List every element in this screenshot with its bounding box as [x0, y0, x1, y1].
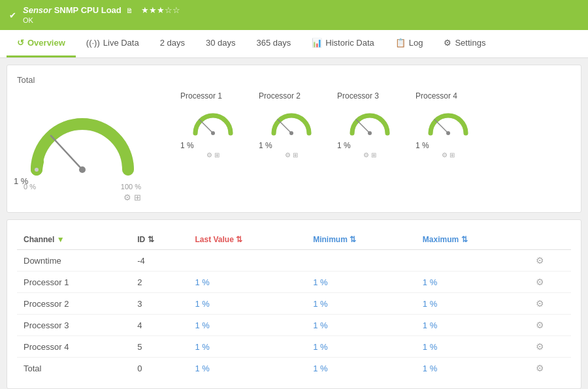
live-data-icon: ((·)): [86, 38, 100, 48]
cell-id-4: 5: [131, 336, 188, 358]
small-gauge-processor3: Processor 3 1 % ⚙ ⊞: [331, 91, 409, 159]
big-gauge-settings-icon[interactable]: ⚙: [123, 193, 131, 202]
row-gear-icon-3[interactable]: ⚙: [536, 320, 544, 330]
small-gauge-svg-1: [190, 104, 236, 140]
cell-channel-3: Processor 3: [17, 315, 131, 336]
table-body: Downtime -4 ⚙ Processor 1 2 1 % 1 % 1 % …: [17, 250, 571, 379]
table-row: Processor 3 4 1 % 1 % 1 % ⚙: [17, 315, 571, 336]
cell-last-value-5: 1 %: [189, 358, 307, 379]
table-row: Total 0 1 % 1 % 1 % ⚙: [17, 358, 571, 379]
svg-line-0: [51, 136, 82, 170]
small-gauge-expand-icon-2[interactable]: ⊞: [293, 151, 298, 159]
header-title: SNMP CPU Load: [54, 5, 122, 15]
cell-minimum-0: [306, 250, 416, 272]
cell-id-5: 0: [131, 358, 188, 379]
tab-2days[interactable]: 2 days: [150, 30, 195, 57]
main-content: Total 0 % 10: [0, 58, 588, 389]
cell-gear-3[interactable]: ⚙: [529, 315, 571, 336]
col-actions: [529, 230, 571, 250]
svg-point-6: [289, 131, 293, 135]
sort-icon-last-value: ⇅: [236, 235, 242, 244]
big-gauge-expand-icon[interactable]: ⊞: [134, 193, 141, 202]
small-gauge-svg-4: [425, 104, 471, 140]
small-gauge-icons-3: ⚙ ⊞: [363, 151, 376, 159]
cell-last-value-3: 1 %: [189, 315, 307, 336]
table-row: Processor 1 2 1 % 1 % 1 % ⚙: [17, 272, 571, 293]
sort-icon-channel: ▼: [57, 235, 65, 244]
small-gauges: Processor 1 1 % ⚙ ⊞ Processor 2: [174, 91, 571, 159]
cell-last-value-2: 1 %: [189, 293, 307, 315]
small-gauge-expand-icon-3[interactable]: ⊞: [371, 151, 376, 159]
cell-minimum-2: 1 %: [306, 293, 416, 315]
gauges-row: 0 % 100 % ⚙ ⊞ 1 % Processor 1: [17, 91, 571, 202]
svg-line-7: [356, 119, 370, 133]
svg-point-2: [35, 168, 39, 172]
row-gear-icon-1[interactable]: ⚙: [536, 277, 544, 287]
cell-gear-0[interactable]: ⚙: [529, 250, 571, 272]
status-check-icon: ✔: [9, 10, 16, 20]
svg-point-8: [368, 131, 372, 135]
cell-gear-1[interactable]: ⚙: [529, 272, 571, 293]
svg-point-1: [79, 166, 86, 173]
small-gauge-settings-icon-1[interactable]: ⚙: [206, 151, 212, 159]
historic-data-icon: 📊: [312, 38, 322, 48]
tab-log[interactable]: 📋 Log: [385, 30, 434, 57]
header-pin-icon: 🗎: [126, 7, 133, 14]
tab-historic-data[interactable]: 📊 Historic Data: [301, 30, 384, 57]
cell-maximum-5: 1 %: [416, 358, 529, 379]
svg-line-5: [278, 119, 291, 133]
tab-live-data[interactable]: ((·)) Live Data: [76, 30, 150, 57]
cell-gear-4[interactable]: ⚙: [529, 336, 571, 358]
sort-icon-maximum: ⇅: [461, 235, 468, 244]
cell-maximum-3: 1 %: [416, 315, 529, 336]
big-gauge-value: 1 %: [14, 176, 28, 186]
small-gauge-svg-2: [269, 104, 314, 140]
row-gear-icon-2[interactable]: ⚙: [536, 298, 544, 309]
row-gear-icon-0[interactable]: ⚙: [536, 255, 544, 266]
cell-maximum-0: [416, 250, 529, 272]
svg-line-3: [199, 119, 213, 133]
svg-point-4: [211, 131, 215, 135]
cell-gear-2[interactable]: ⚙: [529, 293, 571, 315]
col-last-value[interactable]: Last Value ⇅: [189, 230, 307, 250]
tab-overview[interactable]: ↺ Overview: [7, 30, 76, 57]
small-gauge-processor2: Processor 2 1 % ⚙ ⊞: [252, 91, 331, 159]
col-id[interactable]: ID ⇅: [131, 230, 188, 250]
small-gauge-settings-icon-2[interactable]: ⚙: [285, 151, 291, 159]
overview-icon: ↺: [17, 38, 24, 48]
cell-id-2: 3: [131, 293, 188, 315]
svg-line-9: [434, 119, 448, 133]
table-header: Channel ▼ ID ⇅ Last Value ⇅ Minimum ⇅: [17, 230, 571, 250]
row-gear-icon-5[interactable]: ⚙: [536, 363, 544, 373]
header-stars[interactable]: ★★★☆☆: [141, 5, 180, 15]
big-gauge-labels: 0 % 100 %: [24, 183, 141, 191]
small-gauge-processor4: Processor 4 1 % ⚙ ⊞: [409, 91, 487, 159]
table-row: Downtime -4 ⚙: [17, 250, 571, 272]
col-maximum[interactable]: Maximum ⇅: [416, 230, 529, 250]
cell-channel-2: Processor 2: [17, 293, 131, 315]
cell-maximum-1: 1 %: [416, 272, 529, 293]
tab-settings[interactable]: ⚙ Settings: [433, 30, 496, 57]
row-gear-icon-4[interactable]: ⚙: [536, 341, 544, 352]
tab-30days[interactable]: 30 days: [195, 30, 246, 57]
tab-365days[interactable]: 365 days: [246, 30, 302, 57]
svg-point-10: [446, 131, 450, 135]
cell-id-0: -4: [131, 250, 188, 272]
small-gauge-expand-icon-1[interactable]: ⊞: [214, 151, 220, 159]
cell-channel-5: Total: [17, 358, 131, 379]
table-row: Processor 4 5 1 % 1 % 1 % ⚙: [17, 336, 571, 358]
header-status: OK: [23, 16, 33, 24]
small-gauge-expand-icon-4[interactable]: ⊞: [449, 151, 455, 159]
gauge-section-title: Total: [17, 75, 571, 85]
col-channel[interactable]: Channel ▼: [17, 230, 131, 250]
small-gauge-icons-4: ⚙ ⊞: [442, 151, 455, 159]
table-row: Processor 2 3 1 % 1 % 1 % ⚙: [17, 293, 571, 315]
small-gauge-settings-icon-3[interactable]: ⚙: [363, 151, 369, 159]
cell-last-value-1: 1 %: [189, 272, 307, 293]
col-minimum[interactable]: Minimum ⇅: [306, 230, 416, 250]
small-gauge-settings-icon-4[interactable]: ⚙: [442, 151, 448, 159]
cell-gear-5[interactable]: ⚙: [529, 358, 571, 379]
cell-channel-1: Processor 1: [17, 272, 131, 293]
header: ✔ Sensor SNMP CPU Load 🗎 ★★★☆☆ OK: [0, 0, 588, 30]
cell-minimum-4: 1 %: [306, 336, 416, 358]
